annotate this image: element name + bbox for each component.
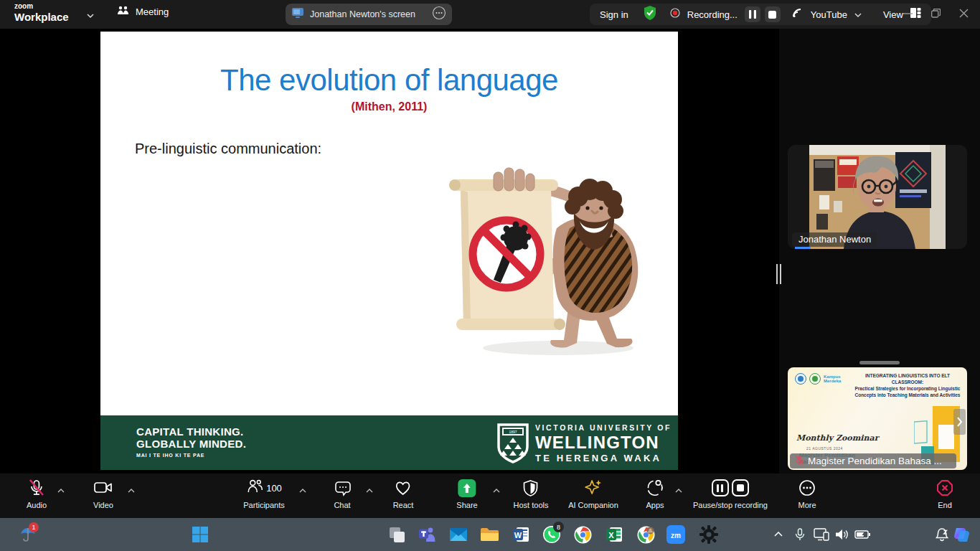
mic-muted-icon [27, 479, 46, 497]
participants-icon [246, 478, 263, 498]
close-button[interactable] [959, 8, 969, 21]
security-shield-icon[interactable] [643, 5, 657, 24]
audio-button[interactable]: Audio [27, 479, 47, 509]
tagline-line1: CAPITAL THINKING. [136, 425, 246, 438]
tray-mic-icon[interactable] [791, 525, 809, 544]
task-view-button[interactable] [387, 525, 406, 544]
apps-label: Apps [646, 501, 664, 509]
university-line1: VICTORIA UNIVERSITY OF [535, 424, 672, 432]
restore-button[interactable] [931, 8, 941, 21]
gallery-drag-handle[interactable] [859, 361, 900, 364]
workspace-chevron-down-icon[interactable] [86, 9, 95, 22]
share-screen-icon [458, 479, 476, 497]
react-button[interactable]: React [393, 479, 414, 509]
university-name: VICTORIA UNIVERSITY OF WELLINGTON TE HER… [535, 424, 672, 463]
stop-recording-button[interactable] [765, 6, 781, 22]
tray-battery-icon[interactable] [853, 525, 872, 544]
audio-options-chevron[interactable] [57, 483, 65, 496]
ai-companion-label: AI Companion [568, 501, 618, 509]
viewing-screen-pill[interactable]: Jonathan Newton's screen [286, 4, 452, 25]
minimize-button[interactable] [903, 8, 913, 21]
share-options-chevron[interactable] [493, 483, 500, 496]
youtube-chevron-down-icon[interactable] [854, 8, 862, 21]
chrome-icon[interactable] [573, 525, 592, 544]
more-options-ellipsis-icon[interactable] [432, 6, 446, 23]
host-tools-button[interactable]: Host tools [514, 479, 549, 509]
svg-text:1897: 1897 [509, 430, 517, 434]
more-button[interactable]: More [798, 479, 816, 509]
notification-bell-icon[interactable] [933, 525, 951, 544]
chat-button[interactable]: Chat [333, 479, 352, 509]
live-stream-icon [792, 8, 804, 21]
tray-cast-icon[interactable] [812, 525, 831, 544]
share-button[interactable]: Share [456, 479, 477, 509]
video-options-chevron[interactable] [128, 483, 135, 496]
chrome-profile-icon[interactable] [636, 525, 655, 544]
end-meeting-icon [936, 479, 954, 497]
pause-icon[interactable] [712, 479, 729, 496]
recording-label: Pause/stop recording [693, 501, 768, 509]
slide-body-heading: Pre-linguistic communication: [135, 141, 321, 157]
ai-companion-button[interactable]: AI Companion [568, 479, 618, 509]
university-footer-banner: CAPITAL THINKING. GLOBALLY MINDED. MAI I… [100, 415, 678, 470]
gallery-next-button[interactable] [953, 409, 966, 435]
weather-widget-button[interactable]: 1 [19, 525, 37, 544]
microsoft365-copilot-icon[interactable] [952, 525, 971, 544]
end-meeting-button[interactable]: End [936, 479, 954, 509]
whatsapp-icon[interactable]: 8 [542, 525, 561, 544]
apps-button[interactable]: Apps [646, 479, 664, 509]
muted-mic-icon [795, 455, 804, 468]
shared-screen-thumbnail[interactable]: Kampus Merdeka INTEGRATING LINGUISTICS I… [788, 367, 967, 470]
more-ellipsis-icon [798, 479, 816, 497]
chat-options-chevron[interactable] [366, 483, 373, 496]
tray-speaker-icon[interactable] [833, 525, 852, 544]
sign-in-button[interactable]: Sign in [600, 9, 628, 20]
slide-citation: (Mithen, 2011) [100, 100, 678, 113]
pause-recording-button[interactable] [745, 6, 760, 22]
word-icon[interactable]: W [512, 525, 530, 544]
poster-title-line3: Concepts into Teaching Materials and Act… [851, 392, 964, 398]
teams-icon[interactable] [418, 525, 436, 544]
chat-bubble-icon [333, 479, 352, 497]
poster-title-line1: INTEGRATING LINGUISTICS INTO ELT CLASSRO… [851, 372, 964, 385]
settings-icon[interactable] [699, 525, 718, 544]
panel-resize-handle[interactable] [776, 264, 782, 284]
zoom-app-icon[interactable]: zm [666, 525, 685, 544]
participant-name-label: Jonathan Newton [792, 232, 877, 247]
mail-icon[interactable] [449, 525, 468, 544]
start-button[interactable] [191, 525, 209, 544]
pause-stop-recording-button[interactable]: Pause/stop recording [693, 479, 768, 509]
meeting-toolbar: Audio Video 100 Participants Chat [0, 474, 980, 518]
top-bar: zoom Workplace Meeting Jonathan Newton's… [0, 0, 980, 29]
participants-options-chevron[interactable] [299, 483, 306, 496]
recording-status-label: Recording... [687, 9, 738, 20]
excel-icon[interactable]: X [605, 525, 623, 544]
recording-dot-icon [670, 8, 680, 21]
end-label: End [938, 501, 952, 509]
file-explorer-icon[interactable] [480, 525, 499, 544]
apps-options-chevron[interactable] [675, 483, 682, 496]
video-button[interactable]: Video [93, 479, 113, 509]
tray-chevron-up[interactable] [769, 525, 788, 544]
tagline-line3: MAI I TE IHO KI TE PAE [136, 453, 246, 458]
meeting-people-icon [117, 6, 130, 18]
view-button[interactable]: View [883, 9, 903, 20]
participants-label: Participants [243, 501, 284, 509]
whatsapp-badge: 8 [553, 522, 564, 532]
heart-icon [394, 479, 413, 497]
tagline-line2: GLOBALLY MINDED. [136, 438, 246, 450]
stop-icon[interactable] [732, 479, 749, 496]
thumbnail-name-text: Magister Pendidikan Bahasa ... [808, 456, 942, 466]
poster-event-name: Monthly Zoominar [796, 433, 878, 443]
participants-button[interactable]: 100 Participants [243, 479, 284, 509]
window-controls [903, 0, 974, 29]
youtube-stream-label[interactable]: YouTube [811, 9, 847, 20]
tab-meeting[interactable]: Meeting [117, 6, 169, 18]
slide-title: The evolution of language [100, 63, 678, 98]
participant-video-tile[interactable]: Jonathan Newton [788, 145, 967, 249]
video-label: Video [93, 501, 113, 509]
poster-date: 21 AGUSTUS 2024 [806, 446, 843, 451]
windows-taskbar: 1 W [0, 518, 980, 551]
meeting-controls-cluster: Sign in Recording... YouTube View [590, 4, 931, 25]
university-shield-logo: 1897 [496, 423, 529, 467]
